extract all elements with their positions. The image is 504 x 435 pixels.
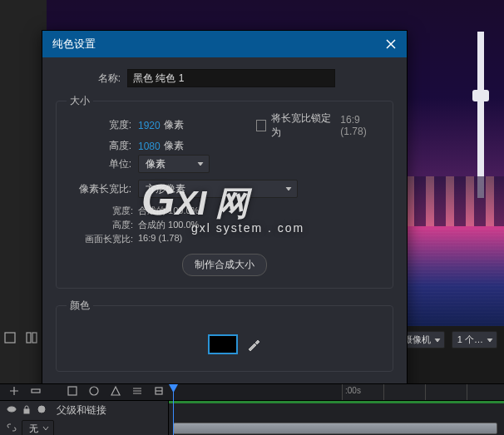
color-group-label: 颜色 bbox=[67, 299, 93, 313]
ruler-t0: :00s bbox=[345, 386, 361, 395]
height-value[interactable]: 1080 bbox=[138, 141, 161, 152]
svg-point-6 bbox=[90, 387, 98, 395]
solid-settings-dialog: 纯色设置 名称: 大小 宽度: 1920 像素 高度: 1080 像素 bbox=[42, 30, 408, 434]
chevron-down-icon bbox=[197, 158, 204, 170]
parent-link-header: 父级和链接 bbox=[57, 403, 106, 418]
parent-select-value: 无 bbox=[29, 423, 38, 433]
timeline-icon-a[interactable] bbox=[67, 385, 78, 399]
playhead[interactable] bbox=[173, 384, 174, 435]
info-far-label: 画面长宽比: bbox=[75, 233, 138, 245]
chevron-down-icon bbox=[42, 423, 49, 433]
dialog-titlebar: 纯色设置 bbox=[42, 31, 407, 57]
timeline-panel: :00s 01s 父级和链接 无 bbox=[0, 383, 504, 435]
timeline-header-row: 父级和链接 bbox=[0, 401, 504, 419]
layer-clip[interactable] bbox=[173, 423, 497, 434]
parent-select[interactable]: 无 bbox=[22, 420, 54, 436]
par-select[interactable]: 方形像素 bbox=[138, 180, 298, 198]
timeline-icon-b[interactable] bbox=[88, 385, 100, 399]
panel-icon-1[interactable] bbox=[3, 331, 17, 344]
width-value[interactable]: 1920 bbox=[138, 120, 161, 131]
unit-select[interactable]: 像素 bbox=[138, 155, 210, 173]
timeline-layer-row[interactable]: 无 bbox=[0, 419, 504, 435]
lock-icon[interactable] bbox=[22, 404, 32, 417]
chevron-down-icon bbox=[285, 183, 292, 195]
dialog-title: 纯色设置 bbox=[52, 37, 96, 52]
lock-aspect-checkbox[interactable] bbox=[256, 120, 266, 131]
info-width-value: 合成的 100.0% bbox=[138, 205, 199, 217]
chevron-down-icon bbox=[487, 335, 493, 345]
views-select-label: 1 个… bbox=[457, 334, 483, 344]
width-label: 宽度: bbox=[67, 118, 138, 132]
height-unit: 像素 bbox=[164, 139, 184, 153]
svg-point-9 bbox=[11, 408, 13, 410]
timeline-tool-icon[interactable] bbox=[8, 385, 20, 399]
link-icon[interactable] bbox=[7, 423, 17, 435]
svg-rect-5 bbox=[68, 387, 77, 395]
size-group-label: 大小 bbox=[67, 94, 93, 108]
make-comp-size-button[interactable]: 制作合成大小 bbox=[182, 254, 267, 276]
solo-icon[interactable] bbox=[37, 404, 47, 417]
svg-rect-1 bbox=[27, 333, 31, 343]
par-label: 像素长宽比: bbox=[67, 182, 138, 196]
time-ruler[interactable]: :00s 01s bbox=[342, 384, 504, 401]
name-input[interactable] bbox=[127, 69, 335, 87]
panel-icon-2[interactable] bbox=[25, 331, 38, 344]
unit-label: 单位: bbox=[67, 157, 138, 171]
color-swatch[interactable] bbox=[208, 334, 238, 354]
svg-rect-4 bbox=[32, 389, 40, 393]
height-label: 高度: bbox=[67, 139, 138, 153]
views-select[interactable]: 1 个… bbox=[452, 331, 497, 348]
info-far-value: 16:9 (1.78) bbox=[138, 233, 182, 245]
svg-rect-2 bbox=[32, 333, 37, 343]
close-button[interactable] bbox=[385, 38, 397, 50]
svg-rect-10 bbox=[24, 409, 29, 413]
eyedropper-icon[interactable] bbox=[246, 337, 261, 352]
info-height-label: 高度: bbox=[75, 219, 138, 231]
color-group: 颜色 bbox=[56, 299, 393, 372]
lock-aspect-label: 将长宽比锁定为 bbox=[271, 111, 332, 140]
info-height-value: 合成的 100.0% bbox=[138, 219, 199, 231]
par-select-value: 方形像素 bbox=[146, 182, 185, 196]
timeline-icon-c[interactable] bbox=[110, 385, 121, 399]
preview-toolbar: 摄像机 1 个… bbox=[398, 331, 497, 348]
unit-select-value: 像素 bbox=[146, 157, 166, 171]
timeline-icon-e[interactable] bbox=[153, 385, 165, 399]
chevron-down-icon bbox=[434, 335, 441, 345]
lock-aspect-value: 16:9 (1.78) bbox=[340, 114, 383, 137]
timeline-snap-icon[interactable] bbox=[30, 385, 42, 399]
svg-point-11 bbox=[38, 406, 45, 413]
size-group: 大小 宽度: 1920 像素 高度: 1080 像素 将长宽比锁定为 16:9 … bbox=[56, 94, 393, 289]
width-unit: 像素 bbox=[164, 118, 184, 132]
info-width-label: 宽度: bbox=[75, 205, 138, 217]
timeline-icon-d[interactable] bbox=[131, 385, 143, 399]
name-label: 名称: bbox=[56, 72, 127, 86]
eye-icon[interactable] bbox=[7, 404, 17, 417]
svg-rect-0 bbox=[5, 333, 15, 343]
